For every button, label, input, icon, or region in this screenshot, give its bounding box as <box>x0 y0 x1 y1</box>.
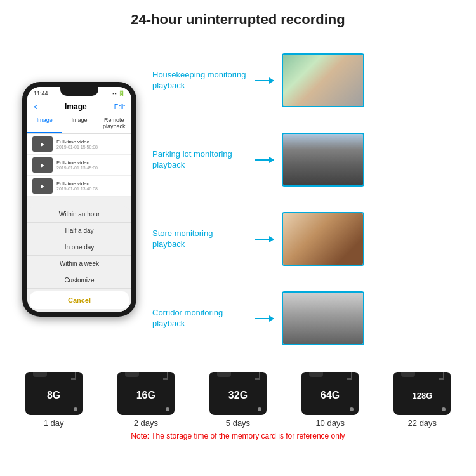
monitor-row-corridor: Corridor monitoring playback <box>152 291 463 345</box>
connector-parking <box>255 159 274 161</box>
sd-card-64g: 64G <box>301 372 359 415</box>
sd-dot-64g <box>350 407 354 411</box>
storage-days-16g: 2 days <box>134 418 158 428</box>
video-label-3: Full-time video <box>56 181 98 187</box>
sd-dot-32g <box>258 407 261 411</box>
phone-icons: ▪▪ 🔋 <box>112 90 125 96</box>
sd-label-8g: 8G <box>47 390 60 401</box>
page-title: 24-hour uninterrupted recording <box>0 0 476 34</box>
sd-label-128g: 128G <box>412 391 432 400</box>
storage-card-128g: 128G 22 days <box>393 372 451 428</box>
storage-card-16g: 16G 2 days <box>117 372 175 428</box>
monitor-label-housekeeping: Housekeeping monitoring playback <box>152 70 248 91</box>
popup-item-customize[interactable]: Customize <box>27 272 131 289</box>
video-thumb-1 <box>32 136 53 152</box>
monitor-row-parking: Parking lot monitoring playback <box>152 133 463 187</box>
img-corridor <box>283 293 363 344</box>
storage-days-32g: 5 days <box>226 418 250 428</box>
connector-housekeeping <box>255 80 274 81</box>
sd-card-8g: 8G <box>25 372 83 415</box>
img-parking <box>283 134 363 185</box>
storage-card-32g: 32G 5 days <box>209 372 267 428</box>
phone-tabs: Image Image Remote playback <box>27 114 131 134</box>
phone-back-button[interactable]: < <box>34 103 37 110</box>
monitor-label-parking: Parking lot monitoring playback <box>152 149 248 171</box>
popup-item-one-day[interactable]: In one day <box>27 239 131 256</box>
sd-dot-8g <box>74 407 77 411</box>
sd-card-16g: 16G <box>117 372 175 415</box>
monitor-image-parking <box>282 133 364 187</box>
storage-card-64g: 64G 10 days <box>301 372 359 428</box>
img-store <box>283 213 363 265</box>
popup-item-within-hour[interactable]: Within an hour <box>27 206 131 223</box>
video-label-1: Full-time video <box>56 139 98 145</box>
phone-popup-menu: Within an hour Half a day In one day Wit… <box>27 206 131 312</box>
phone-screen: 11:44 ▪▪ 🔋 < Image Edit Image Image Remo… <box>27 87 131 312</box>
tab-image[interactable]: Image <box>27 114 62 133</box>
phone-nav-title: Image <box>65 102 87 111</box>
phone-navbar: < Image Edit <box>27 100 131 114</box>
popup-cancel-button[interactable]: Cancel <box>30 291 129 309</box>
storage-section: 8G 1 day 16G 2 days 32G 5 days <box>0 364 476 446</box>
storage-card-8g: 8G 1 day <box>25 372 83 428</box>
monitor-image-store <box>282 212 364 266</box>
popup-item-week[interactable]: Within a week <box>27 256 131 272</box>
sd-dot-128g <box>442 407 446 411</box>
phone-notch <box>60 87 98 96</box>
sd-dot-16g <box>166 407 169 411</box>
sd-label-32g: 32G <box>228 390 248 401</box>
popup-item-half-day[interactable]: Half a day <box>27 223 131 239</box>
sd-label-16g: 16G <box>136 390 155 401</box>
video-label-2: Full-time video <box>56 160 98 166</box>
monitor-image-housekeeping <box>282 53 364 107</box>
storage-days-8g: 1 day <box>44 418 64 428</box>
list-item-1: Full-time video 2019-01-01 15:50:08 <box>27 134 131 155</box>
monitor-label-corridor: Corridor monitoring playback <box>152 308 248 329</box>
sd-notch-32g <box>255 372 260 380</box>
connector-store <box>255 239 274 240</box>
phone-outer: 11:44 ▪▪ 🔋 < Image Edit Image Image Remo… <box>22 82 136 317</box>
video-time-3: 2019-01-01 13:40:08 <box>56 187 98 191</box>
monitor-label-store: Store monitoring playback <box>152 228 248 250</box>
video-thumb-3 <box>32 178 53 194</box>
main-content: 11:44 ▪▪ 🔋 < Image Edit Image Image Remo… <box>0 34 476 364</box>
monitor-image-corridor <box>282 291 364 345</box>
tab-image2[interactable]: Image <box>62 114 97 133</box>
sd-card-128g: 128G <box>393 372 451 415</box>
sd-label-64g: 64G <box>321 390 340 401</box>
video-time-2: 2019-01-01 13:45:00 <box>56 166 98 170</box>
phone-mockup: 11:44 ▪▪ 🔋 < Image Edit Image Image Remo… <box>13 34 146 364</box>
phone-edit-button[interactable]: Edit <box>114 103 125 110</box>
img-housekeeping <box>283 55 363 106</box>
video-time-1: 2019-01-01 15:50:08 <box>56 145 98 149</box>
video-thumb-2 <box>32 157 53 173</box>
storage-note: Note: The storage time of the memory car… <box>10 428 466 443</box>
storage-cards-row: 8G 1 day 16G 2 days 32G 5 days <box>10 372 466 428</box>
storage-days-64g: 10 days <box>315 418 345 428</box>
sd-notch-64g <box>347 372 352 380</box>
list-item-3: Full-time video 2019-01-01 13:40:08 <box>27 176 131 197</box>
phone-time: 11:44 <box>34 90 48 96</box>
connector-corridor <box>255 318 274 319</box>
sd-notch-128g <box>439 372 444 380</box>
monitor-row-housekeeping: Housekeeping monitoring playback <box>152 53 463 107</box>
monitor-row-store: Store monitoring playback <box>152 212 463 266</box>
storage-days-128g: 22 days <box>408 418 437 428</box>
list-item-2: Full-time video 2019-01-01 13:45:00 <box>27 155 131 176</box>
tab-remote-playback[interactable]: Remote playback <box>96 114 131 133</box>
sd-notch-8g <box>71 372 76 380</box>
sd-card-32g: 32G <box>209 372 267 415</box>
sd-notch-16g <box>163 372 168 380</box>
monitoring-section: Housekeeping monitoring playback Parking… <box>152 34 463 364</box>
